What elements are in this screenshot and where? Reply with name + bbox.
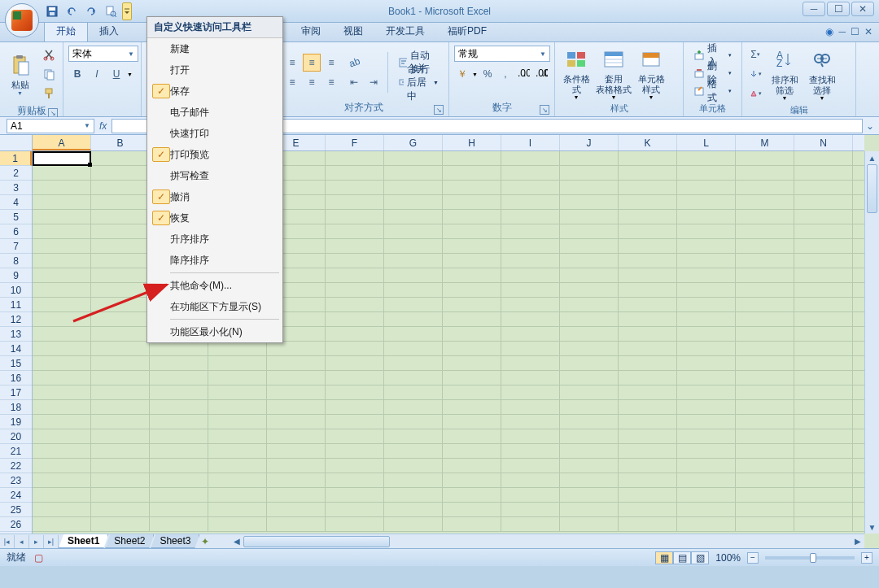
active-cell[interactable] — [33, 151, 91, 166]
tab-view[interactable]: 视图 — [332, 21, 374, 41]
decrease-decimal-icon[interactable]: .00.0 — [533, 65, 549, 83]
ribbon-restore-button[interactable]: ☐ — [851, 26, 859, 37]
qat-menu-item[interactable]: ✓恢复 — [147, 207, 282, 229]
fx-button[interactable]: fx — [99, 120, 107, 132]
format-painter-icon[interactable] — [40, 85, 58, 102]
row-header[interactable]: 23 — [0, 473, 32, 488]
row-header[interactable]: 19 — [0, 415, 32, 429]
bold-button[interactable]: B — [68, 65, 86, 83]
qat-menu-item[interactable]: ✓撤消 — [147, 186, 282, 207]
qat-menu-item[interactable]: 快速打印 — [147, 123, 282, 144]
print-preview-icon[interactable] — [103, 3, 119, 20]
sort-filter-button[interactable]: AZ 排序和 筛选▼ — [768, 47, 801, 101]
underline-button[interactable]: U — [107, 65, 125, 83]
column-header[interactable]: M — [736, 135, 794, 150]
number-format-combo[interactable]: 常规▼ — [454, 46, 550, 62]
scroll-right-button[interactable]: ▶ — [851, 535, 864, 548]
italic-button[interactable]: I — [88, 65, 106, 83]
qat-menu-show-below[interactable]: 在功能区下方显示(S) — [147, 296, 282, 317]
align-top-icon[interactable]: ≡ — [283, 54, 301, 72]
alignment-launcher[interactable]: ↘ — [434, 105, 444, 115]
zoom-in-button[interactable]: + — [861, 552, 872, 564]
column-header[interactable]: I — [501, 135, 560, 150]
autosum-icon[interactable]: Σ ▾ — [747, 46, 763, 63]
qat-menu-more-commands[interactable]: 其他命令(M)... — [147, 275, 282, 296]
tab-insert[interactable]: 插入 — [88, 21, 130, 41]
row-header[interactable]: 16 — [0, 371, 32, 385]
row-header[interactable]: 3 — [0, 181, 32, 195]
cell-styles-button[interactable]: 单元格 样式▼ — [635, 46, 667, 100]
save-icon[interactable] — [44, 3, 60, 20]
redo-icon[interactable] — [83, 3, 99, 20]
minimize-button[interactable]: ─ — [802, 2, 825, 16]
sheet-tab-3[interactable]: Sheet3 — [151, 534, 199, 548]
row-header[interactable]: 6 — [0, 224, 32, 239]
scroll-down-button[interactable]: ▼ — [865, 520, 879, 534]
row-header[interactable]: 2 — [0, 166, 32, 181]
accounting-format-icon[interactable]: ￥ — [454, 65, 470, 83]
row-header[interactable]: 4 — [0, 195, 32, 210]
row-header[interactable]: 10 — [0, 283, 32, 298]
normal-view-button[interactable]: ▦ — [655, 551, 673, 564]
row-header[interactable]: 11 — [0, 298, 32, 312]
decrease-indent-icon[interactable]: ⇤ — [345, 73, 363, 91]
font-name-combo[interactable]: 宋体▼ — [68, 46, 138, 62]
percent-format-icon[interactable]: % — [479, 65, 496, 83]
row-header[interactable]: 7 — [0, 239, 32, 254]
row-header[interactable]: 13 — [0, 327, 32, 342]
column-header[interactable]: L — [677, 135, 736, 150]
row-header[interactable]: 17 — [0, 385, 32, 400]
name-box[interactable]: A1▼ — [7, 119, 94, 133]
column-header[interactable]: B — [91, 135, 150, 150]
table-format-button[interactable]: 套用 表格格式▼ — [597, 46, 630, 100]
sheet-nav-last[interactable]: ▸| — [44, 535, 59, 548]
align-right-icon[interactable]: ≡ — [322, 73, 340, 91]
sheet-tab-1[interactable]: Sheet1 — [59, 534, 108, 548]
ribbon-close-button[interactable]: ✕ — [864, 26, 872, 37]
row-header[interactable]: 14 — [0, 342, 32, 356]
conditional-format-button[interactable]: 条件格式▼ — [560, 46, 593, 100]
help-icon[interactable]: ◉ — [825, 26, 833, 37]
row-header[interactable]: 24 — [0, 488, 32, 503]
sheet-tab-2[interactable]: Sheet2 — [105, 534, 154, 548]
clear-icon[interactable]: ▾ — [747, 85, 763, 102]
qat-menu-item[interactable]: 拼写检查 — [147, 165, 282, 186]
page-layout-view-button[interactable]: ▤ — [673, 551, 691, 564]
qat-menu-item[interactable]: 升序排序 — [147, 229, 282, 250]
select-all-corner[interactable] — [0, 135, 33, 151]
scroll-up-button[interactable]: ▲ — [865, 151, 879, 164]
qat-menu-item[interactable]: 电子邮件 — [147, 102, 282, 123]
tab-home[interactable]: 开始 — [44, 20, 88, 41]
tab-foxit[interactable]: 福昕PDF — [436, 21, 498, 41]
row-header[interactable]: 18 — [0, 400, 32, 415]
column-header[interactable]: F — [326, 135, 384, 150]
ribbon-minimize-button[interactable]: ─ — [838, 26, 846, 37]
qat-menu-minimize-ribbon[interactable]: 功能区最小化(N) — [147, 321, 282, 342]
qat-menu-item[interactable]: 打开 — [147, 59, 282, 81]
number-launcher[interactable]: ↘ — [540, 105, 549, 115]
zoom-out-button[interactable]: − — [747, 552, 759, 564]
align-center-icon[interactable]: ≡ — [303, 73, 321, 91]
row-header[interactable]: 21 — [0, 444, 32, 459]
increase-indent-icon[interactable]: ⇥ — [365, 73, 383, 91]
row-header[interactable]: 9 — [0, 268, 32, 283]
horizontal-scrollbar[interactable]: ◀ ▶ — [230, 535, 864, 548]
row-header[interactable]: 8 — [0, 254, 32, 268]
row-header[interactable]: 5 — [0, 210, 32, 224]
row-header[interactable]: 20 — [0, 429, 32, 444]
sheet-nav-first[interactable]: |◂ — [0, 535, 15, 548]
zoom-level[interactable]: 100% — [715, 552, 741, 564]
column-header[interactable]: H — [443, 135, 501, 150]
formula-expand-button[interactable]: ⌄ — [864, 120, 876, 132]
comma-format-icon[interactable]: , — [497, 65, 514, 83]
align-middle-icon[interactable]: ≡ — [303, 54, 321, 72]
column-header[interactable]: N — [794, 135, 853, 150]
align-left-icon[interactable]: ≡ — [283, 73, 301, 91]
row-header[interactable]: 1 — [0, 151, 32, 166]
sheet-nav-next[interactable]: ▸ — [29, 535, 44, 548]
merge-center-button[interactable]: 合并后居中▼ — [393, 73, 444, 91]
close-button[interactable]: ✕ — [851, 2, 874, 16]
undo-icon[interactable] — [63, 3, 80, 20]
zoom-slider[interactable] — [765, 556, 855, 560]
paste-button[interactable]: 粘贴 ▼ — [5, 47, 35, 101]
